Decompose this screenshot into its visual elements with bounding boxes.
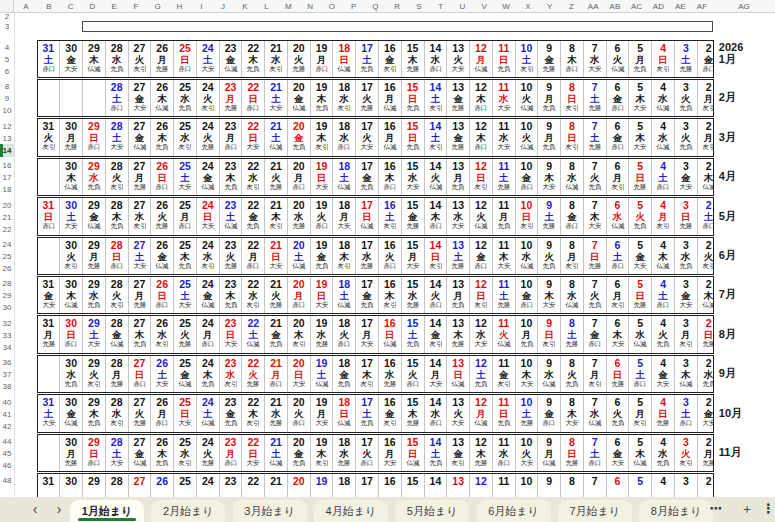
day-cell[interactable]: 16土友引 <box>379 198 402 235</box>
day-cell[interactable]: 8木赤口 <box>561 41 584 78</box>
tab-overflow-button[interactable]: ⋯ <box>705 497 727 522</box>
day-cell[interactable]: 19月赤口 <box>311 41 334 78</box>
day-cell[interactable]: 18木友引 <box>333 238 356 275</box>
day-cell[interactable]: 11水大安 <box>493 119 516 156</box>
day-cell[interactable]: 5 <box>629 474 652 497</box>
blank-cell[interactable] <box>38 159 61 196</box>
column-header-AG[interactable]: AG <box>713 0 775 13</box>
day-cell[interactable]: 10土先勝 <box>516 395 539 432</box>
day-cell[interactable]: 27金仏滅 <box>129 119 152 156</box>
day-cell[interactable]: 8日先勝 <box>561 435 584 472</box>
blank-cell[interactable] <box>38 238 61 275</box>
day-cell[interactable]: 17火大安 <box>356 119 379 156</box>
day-cell[interactable]: 4火先負 <box>652 316 675 353</box>
day-cell[interactable]: 16木友引 <box>379 277 402 314</box>
day-cell[interactable]: 21日大安 <box>265 238 288 275</box>
day-cell[interactable]: 25 <box>174 474 197 497</box>
blank-cell[interactable] <box>38 80 61 117</box>
day-cell[interactable]: 8金赤口 <box>561 198 584 235</box>
day-cell[interactable]: 14土友引 <box>425 80 448 117</box>
day-cell[interactable]: 28土大安 <box>106 119 129 156</box>
day-cell[interactable]: 3 <box>675 474 698 497</box>
day-cell[interactable]: 13火大安 <box>447 41 470 78</box>
day-cell[interactable]: 30日赤口 <box>60 316 83 353</box>
day-cell[interactable]: 31 <box>38 474 61 497</box>
day-cell[interactable]: 4水仏滅 <box>652 119 675 156</box>
day-cell[interactable]: 21水友引 <box>265 41 288 78</box>
row-header-10[interactable]: 10 <box>0 104 14 117</box>
day-cell[interactable]: 3金大安 <box>675 277 698 314</box>
column-header-P[interactable]: P <box>343 0 365 13</box>
column-header-H[interactable]: H <box>169 0 191 13</box>
day-cell[interactable]: 14水赤口 <box>425 395 448 432</box>
day-cell[interactable]: 29水先負 <box>83 277 106 314</box>
day-cell[interactable]: 24 <box>197 474 220 497</box>
day-cell[interactable]: 16月仏滅 <box>379 119 402 156</box>
day-cell[interactable]: 4日先勝 <box>652 395 675 432</box>
day-cell[interactable]: 29木仏滅 <box>83 41 106 78</box>
day-cell[interactable]: 14水赤口 <box>425 41 448 78</box>
row-header-21[interactable]: 21 <box>0 212 14 223</box>
day-cell[interactable]: 21月赤口 <box>265 356 288 393</box>
day-cell[interactable]: 3日先勝 <box>675 198 698 235</box>
row-header-17[interactable]: 17 <box>0 172 14 183</box>
sheet-tab-3[interactable]: 3月始まり <box>233 500 307 522</box>
sheet-tab-7[interactable]: 7月始まり <box>558 500 632 522</box>
day-cell[interactable]: 13木先勝 <box>447 316 470 353</box>
day-cell[interactable]: 8 <box>561 474 584 497</box>
day-cell[interactable]: 24月赤口 <box>197 316 220 353</box>
column-header-R[interactable]: R <box>386 0 408 13</box>
day-cell[interactable]: 13月先負 <box>447 277 470 314</box>
day-cell[interactable]: 8木大安 <box>561 395 584 432</box>
day-cell[interactable]: 30 <box>60 474 83 497</box>
row-header-18[interactable]: 18 <box>0 183 14 196</box>
day-cell[interactable]: 6日先勝 <box>607 356 630 393</box>
day-cell[interactable]: 12土先負 <box>470 356 493 393</box>
day-cell[interactable]: 16日仏滅 <box>379 316 402 353</box>
day-cell[interactable]: 3金大安 <box>675 159 698 196</box>
column-header-AE[interactable]: AE <box>669 0 691 13</box>
day-cell[interactable]: 20 <box>288 474 311 497</box>
day-cell[interactable]: 20金先負 <box>288 435 311 472</box>
day-cell[interactable]: 9金赤口 <box>538 395 561 432</box>
row-header-2[interactable]: 2 <box>0 13 14 21</box>
column-header-O[interactable]: O <box>321 0 343 13</box>
day-cell[interactable]: 5月友引 <box>629 395 652 432</box>
day-cell[interactable]: 16月大安 <box>379 435 402 472</box>
day-cell[interactable]: 24日大安 <box>197 198 220 235</box>
day-cell[interactable]: 11土先勝 <box>493 159 516 196</box>
day-cell[interactable]: 23水友引 <box>220 356 243 393</box>
day-cell[interactable]: 9日友引 <box>538 316 561 353</box>
column-header-L[interactable]: L <box>256 0 278 13</box>
day-cell[interactable]: 11土先勝 <box>493 277 516 314</box>
day-cell[interactable]: 12木先勝 <box>470 435 493 472</box>
column-header-I[interactable]: I <box>190 0 212 13</box>
row-header-44[interactable]: 44 <box>0 435 14 448</box>
sheet-tab-6[interactable]: 6月始まり <box>477 500 551 522</box>
day-cell[interactable]: 10 <box>516 474 539 497</box>
day-cell[interactable]: 22月赤口 <box>242 238 265 275</box>
day-cell[interactable]: 14火仏滅 <box>425 159 448 196</box>
day-cell[interactable]: 18水友引 <box>333 80 356 117</box>
day-cell[interactable]: 2木仏滅 <box>698 159 715 196</box>
day-cell[interactable]: 25火先勝 <box>174 316 197 353</box>
day-cell[interactable]: 21木友引 <box>265 198 288 235</box>
day-cell[interactable]: 9木大安 <box>538 277 561 314</box>
month-label-cell[interactable]: 11月 <box>719 446 774 459</box>
day-cell[interactable]: 26木先負 <box>151 435 174 472</box>
month-label-cell[interactable]: 5月 <box>719 210 774 223</box>
day-cell[interactable]: 3土赤口 <box>675 395 698 432</box>
day-cell[interactable]: 27水友引 <box>129 198 152 235</box>
day-cell[interactable]: 16水先勝 <box>379 356 402 393</box>
day-cell[interactable]: 22火先勝 <box>242 356 265 393</box>
day-cell[interactable]: 4金大安 <box>652 356 675 393</box>
day-cell[interactable]: 30木仏滅 <box>60 159 83 196</box>
day-cell[interactable]: 23金仏滅 <box>220 41 243 78</box>
day-cell[interactable]: 26月赤口 <box>151 395 174 432</box>
day-cell[interactable]: 4 <box>652 474 675 497</box>
day-cell[interactable]: 7土赤口 <box>584 435 607 472</box>
day-cell[interactable]: 20月赤口 <box>288 159 311 196</box>
day-cell[interactable]: 11水大安 <box>493 80 516 117</box>
row-header-48[interactable]: 48 <box>0 474 14 487</box>
column-header-C[interactable]: C <box>60 0 82 13</box>
